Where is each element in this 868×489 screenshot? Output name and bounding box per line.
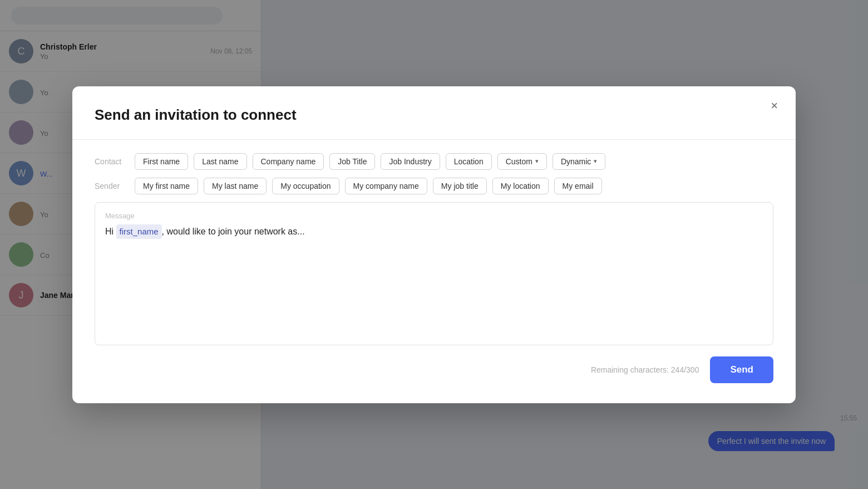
tag-first-name[interactable]: First name [135,153,188,170]
sender-label: Sender [95,182,129,190]
tag-my-first-name[interactable]: My first name [135,178,198,194]
tag-job-industry[interactable]: Job Industry [381,153,440,170]
message-text-before: Hi [105,227,116,236]
tag-last-name[interactable]: Last name [194,153,246,170]
tag-dynamic[interactable]: Dynamic ▾ [553,153,605,170]
close-button[interactable]: × [766,97,782,114]
custom-chevron-icon: ▾ [535,158,539,165]
modal-overlay: × Send an invitation to connect Contact … [0,0,868,489]
invitation-modal: × Send an invitation to connect Contact … [72,86,796,403]
tag-job-title[interactable]: Job Title [329,153,375,170]
tag-my-occupation[interactable]: My occupation [272,178,339,194]
tag-my-email[interactable]: My email [554,178,602,194]
tag-my-last-name[interactable]: My last name [204,178,267,194]
contact-tag-row: Contact First name Last name Company nam… [95,153,773,170]
tag-location[interactable]: Location [446,153,492,170]
message-content: Hi first_name, would like to join your n… [105,224,763,336]
tag-company-name[interactable]: Company name [253,153,324,170]
tag-my-location[interactable]: My location [492,178,549,194]
tag-custom[interactable]: Custom ▾ [497,153,547,170]
send-button[interactable]: Send [710,356,773,383]
message-variable-tag: first_name [116,224,162,239]
tag-my-company-name[interactable]: My company name [345,178,427,194]
modal-divider [72,139,796,140]
message-area[interactable]: Message Hi first_name, would like to joi… [95,202,773,345]
contact-label: Contact [95,157,129,166]
message-label: Message [105,212,763,220]
tag-my-job-title[interactable]: My job title [433,178,487,194]
char-count: Remaining characters: 244/300 [591,365,699,374]
modal-footer: Remaining characters: 244/300 Send [95,356,773,383]
message-text-after: , would like to join your network as... [162,227,305,236]
modal-title: Send an invitation to connect [95,106,773,124]
dynamic-chevron-icon: ▾ [594,158,597,165]
sender-tag-row: Sender My first name My last name My occ… [95,178,773,194]
